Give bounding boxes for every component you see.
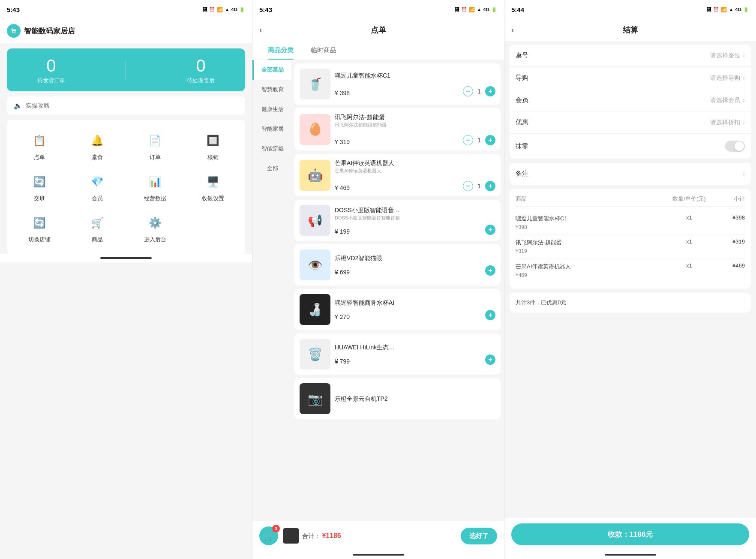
product-img-3: 🤖 bbox=[300, 160, 330, 191]
grid-item-shift[interactable]: 🔄 交班 bbox=[10, 168, 68, 206]
note-label: 备注 bbox=[516, 170, 743, 178]
product-card-6: 🍶 嘿逗轻智能商务水杯AI ¥ 270 + bbox=[294, 289, 501, 330]
grid-item-member[interactable]: 💎 会员 bbox=[68, 168, 126, 206]
product-info-2: 讯飞阿尔法-超能蛋 讯飞阿尔法超能蛋超能蛋 ¥ 319 − 1 + bbox=[335, 113, 495, 145]
switch-shop-label: 切换店铺 bbox=[28, 236, 51, 243]
item-sub-2: ¥319 bbox=[715, 238, 745, 245]
grid-item-analytics[interactable]: 📊 经营数据 bbox=[126, 168, 184, 206]
checkout-footer: 收款：1186元 bbox=[504, 518, 756, 550]
checkout-title: 结算 bbox=[623, 25, 638, 35]
sidebar-health[interactable]: 健康生活 bbox=[252, 99, 291, 119]
order-body: 全部菜品 智慧教育 健康生活 智能家居 智能穿戴 全部 🥤 嘿逗儿童智能水杯C1… bbox=[252, 60, 504, 521]
cart-button[interactable]: 🛒 3 bbox=[259, 526, 278, 545]
goods-label: 商品 bbox=[92, 236, 103, 243]
product-name-8: 乐橙全景云台机TP2 bbox=[335, 395, 495, 403]
desk-row[interactable]: 桌号 请选择座位 › bbox=[510, 45, 751, 67]
checkout-body: 桌号 请选择座位 › 导购 请选择导购 › 会员 请选择会员 › 优惠 请选择折… bbox=[504, 41, 756, 518]
checkout-form: 桌号 请选择座位 › 导购 请选择导购 › 会员 请选择会员 › 优惠 请选择折… bbox=[510, 45, 751, 159]
grid-item-dine[interactable]: 🔔 堂食 bbox=[68, 127, 126, 165]
minus-btn-2[interactable]: − bbox=[463, 135, 473, 145]
order-item-1: 嘿逗儿童智能水杯C1 ¥398 x1 ¥398 bbox=[516, 211, 745, 235]
stat-divider bbox=[126, 60, 126, 81]
sidebar-smart-home[interactable]: 智能家居 bbox=[252, 119, 291, 139]
grid-item-backend[interactable]: ⚙️ 进入后台 bbox=[126, 209, 184, 247]
item-qty-2: x1 bbox=[663, 238, 715, 245]
status-bar-3: 5:44 🖼 ⏰ 📶 ▲ 4G 🔋 bbox=[504, 0, 756, 19]
home-indicator-3 bbox=[504, 550, 756, 559]
grid-item-goods[interactable]: 🛒 商品 bbox=[68, 209, 126, 247]
grid-item-cashier[interactable]: 🖥️ 收银设置 bbox=[184, 168, 242, 206]
plus-btn-4[interactable]: + bbox=[485, 225, 495, 235]
product-img-5: 👁️ bbox=[300, 249, 330, 280]
minus-btn-1[interactable]: − bbox=[463, 86, 473, 96]
sidebar-edu[interactable]: 智慧教育 bbox=[252, 80, 291, 99]
discount-row[interactable]: 优惠 请选择折扣 › bbox=[510, 111, 751, 134]
confirm-button[interactable]: 选好了 bbox=[461, 528, 497, 544]
grid-item-orders-list[interactable]: 📄 订单 bbox=[126, 127, 184, 165]
wifi-icon-2: ▲ bbox=[477, 7, 481, 12]
round-row[interactable]: 抹零 bbox=[510, 134, 751, 159]
products-list: 🥤 嘿逗儿童智能水杯C1 ¥ 398 − 1 + 🥚 bbox=[291, 60, 504, 521]
round-label: 抹零 bbox=[516, 142, 541, 150]
note-row[interactable]: 备注 › bbox=[510, 163, 751, 185]
tip-bar[interactable]: 🔈 实操攻略 bbox=[7, 96, 245, 115]
shop-logo: 智 bbox=[7, 24, 21, 38]
verify-label: 核销 bbox=[207, 153, 219, 161]
plus-btn-2[interactable]: + bbox=[485, 135, 495, 145]
gallery-icon: 🖼 bbox=[203, 7, 207, 12]
goods-icon: 🛒 bbox=[87, 213, 108, 233]
member-label: 会员 bbox=[516, 96, 541, 104]
pay-button[interactable]: 收款：1186元 bbox=[511, 523, 749, 545]
plus-btn-7[interactable]: + bbox=[485, 355, 495, 365]
analytics-icon: 📊 bbox=[145, 171, 165, 192]
home-bar-1 bbox=[100, 257, 152, 259]
product-price-7: ¥ 799 bbox=[335, 358, 350, 365]
verify-icon: 🔲 bbox=[203, 130, 223, 151]
home-indicator-2 bbox=[252, 550, 504, 559]
plus-btn-3[interactable]: + bbox=[485, 181, 495, 191]
tab-category[interactable]: 商品分类 bbox=[259, 41, 302, 60]
plus-btn-1[interactable]: + bbox=[485, 86, 495, 96]
back-button-2[interactable]: ‹ bbox=[259, 25, 262, 35]
panel-order: 5:43 🖼 ⏰ 📶 ▲ 4G 🔋 ‹ 点单 商品分类 临时商品 全部菜品 智慧… bbox=[252, 0, 504, 559]
product-img-4: 📢 bbox=[300, 205, 330, 236]
product-sub-4: DOSS小度版智能语音智能音箱 bbox=[335, 215, 495, 221]
product-card-3: 🤖 芒果AI伴读英语机器人 芒果AI伴读英语机器人 ¥ 469 − 1 + bbox=[294, 154, 501, 196]
discount-arrow: › bbox=[743, 119, 745, 126]
plus-btn-5[interactable]: + bbox=[485, 265, 495, 276]
sidebar-all[interactable]: 全部菜品 bbox=[252, 60, 291, 80]
grid-item-switch-shop[interactable]: 🔄 切换店铺 bbox=[10, 209, 68, 247]
guide-value: 请选择导购 bbox=[541, 74, 740, 82]
grid-item-verify[interactable]: 🔲 核销 bbox=[184, 127, 242, 165]
footer-total: 合计： ¥1186 bbox=[302, 532, 341, 540]
minus-btn-3[interactable]: − bbox=[463, 181, 473, 191]
status-icons-3: 🖼 ⏰ 📶 ▲ 4G 🔋 bbox=[707, 7, 749, 12]
guide-arrow: › bbox=[743, 74, 745, 82]
sidebar-all2[interactable]: 全部 bbox=[252, 159, 291, 178]
product-card-5: 👁️ 乐橙VD2智能猫眼 ¥ 699 + bbox=[294, 244, 501, 286]
gallery-icon-2: 🖼 bbox=[455, 7, 459, 12]
product-card-7: 🗑️ HUAWEI HiLink生态… ¥ 799 + bbox=[294, 334, 501, 375]
grid-item-order[interactable]: 📋 点单 bbox=[10, 127, 68, 165]
product-sub-3: 芒果AI伴读英语机器人 bbox=[335, 168, 495, 174]
plus-btn-6[interactable]: + bbox=[485, 310, 495, 320]
order-label: 点单 bbox=[34, 153, 45, 161]
tab-temp[interactable]: 临时商品 bbox=[302, 41, 345, 60]
footer-product-info: 合计： ¥1186 bbox=[283, 528, 456, 544]
item-name-2: 讯飞阿尔法-超能蛋 ¥319 bbox=[516, 238, 663, 255]
sidebar-wearable[interactable]: 智能穿戴 bbox=[252, 139, 291, 159]
product-name-6: 嘿逗轻智能商务水杯AI bbox=[335, 299, 495, 307]
member-label: 会员 bbox=[92, 195, 103, 202]
product-price-2: ¥ 319 bbox=[335, 138, 350, 145]
wifi-icon: ▲ bbox=[225, 7, 229, 12]
discount-value: 请选择折扣 bbox=[541, 119, 740, 126]
status-bar-1: 5:43 🖼 ⏰ 📶 ▲ 4G 🔋 bbox=[0, 0, 252, 19]
shift-icon: 🔄 bbox=[29, 171, 50, 192]
product-info-3: 芒果AI伴读英语机器人 芒果AI伴读英语机器人 ¥ 469 − 1 + bbox=[335, 159, 495, 191]
guide-row[interactable]: 导购 请选择导购 › bbox=[510, 67, 751, 89]
summary-text: 共计3件，已优惠0元 bbox=[516, 299, 566, 306]
round-toggle[interactable] bbox=[725, 141, 745, 152]
back-button-3[interactable]: ‹ bbox=[511, 25, 514, 35]
pending-orders-num: 0 bbox=[37, 57, 65, 74]
member-row[interactable]: 会员 请选择会员 › bbox=[510, 89, 751, 111]
